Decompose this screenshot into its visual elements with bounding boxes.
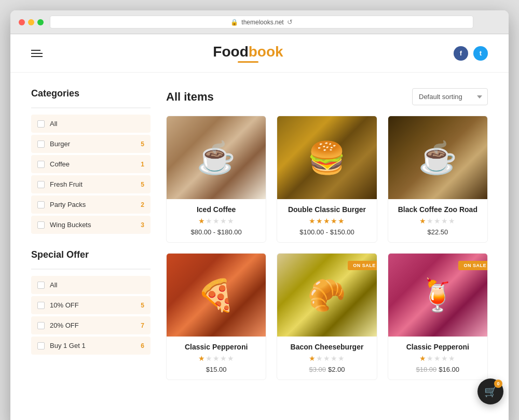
category-checkbox-all[interactable] [37, 120, 45, 128]
twitter-icon[interactable]: t [473, 46, 488, 61]
browser-content: Foodbook f t Categories All Burger 5 Cof… [10, 34, 509, 420]
star-icon: ★ [309, 354, 316, 362]
product-name-classic-pepperoni-2: Classic Pepperoni [395, 343, 480, 351]
category-checkbox-party-packs[interactable] [37, 201, 45, 208]
browser-chrome: 🔒 themelooks.net ↺ [10, 10, 509, 34]
sidebar-offer-bogo[interactable]: Buy 1 Get 1 6 [31, 337, 151, 355]
minimize-button[interactable] [28, 19, 34, 25]
sidebar-category-fresh-fruit[interactable]: Fresh Fruit 5 [31, 175, 151, 193]
product-image-black-coffee-zoo-road [388, 116, 487, 199]
product-image-double-classic-burger [277, 116, 376, 199]
logo-text: Foodbook [213, 44, 283, 60]
product-price-bacon-cheeseburger: $3.00$2.00 [284, 366, 369, 373]
offer-label-all: All [50, 281, 144, 289]
hamburger-line [31, 56, 43, 57]
price-display: $22.50 [427, 228, 448, 236]
product-image-classic-pepperoni [167, 254, 266, 337]
offer-count-bogo: 6 [141, 342, 144, 349]
star-icon: ★ [213, 354, 220, 362]
product-card-iced-coffee[interactable]: Iced Coffee ★★★★★ $80.00 - $180.00 [166, 116, 266, 243]
product-info-classic-pepperoni-2: Classic Pepperoni ★★★★★ $18.00$16.00 [388, 337, 487, 380]
product-card-black-coffee-zoo-road[interactable]: Black Coffee Zoo Road ★★★★★ $22.50 [388, 116, 488, 243]
star-icon: ★ [331, 354, 338, 362]
price-original: $3.00 [309, 366, 326, 373]
categories-list: All Burger 5 Coffee 1 Fresh Fruit 5 Part… [31, 115, 151, 234]
product-stars-double-classic-burger: ★★★★★ [284, 217, 369, 225]
category-count-party-packs: 2 [141, 201, 144, 208]
offers-list: All 10% OFF 5 20% OFF 7 Buy 1 Get 1 6 [31, 276, 151, 355]
address-bar[interactable]: 🔒 themelooks.net ↺ [50, 16, 473, 29]
product-image-iced-coffee [167, 116, 266, 199]
price-display: $100.00 - $150.00 [299, 228, 354, 236]
logo[interactable]: Foodbook [213, 44, 283, 63]
price-sale: $2.00 [328, 366, 345, 373]
product-info-classic-pepperoni: Classic Pepperoni ★★★★★ $15.00 [167, 337, 266, 380]
star-icon: ★ [227, 354, 235, 362]
offer-checkbox-all[interactable] [37, 282, 45, 289]
sidebar-offer-all[interactable]: All [31, 276, 151, 294]
sidebar-category-burger[interactable]: Burger 5 [31, 135, 151, 153]
product-info-double-classic-burger: Double Classic Burger ★★★★★ $100.00 - $1… [277, 199, 376, 242]
category-checkbox-burger[interactable] [37, 141, 45, 148]
cart-fab[interactable]: 🛒 0 [477, 379, 503, 404]
star-icon: ★ [338, 354, 345, 362]
product-stars-black-coffee-zoo-road: ★★★★★ [395, 217, 480, 225]
product-stars-classic-pepperoni-2: ★★★★★ [395, 354, 480, 362]
product-price-black-coffee-zoo-road: $22.50 [395, 228, 480, 236]
product-image-bacon-cheeseburger: ON SALE [277, 254, 376, 337]
hamburger-menu-button[interactable] [31, 50, 43, 57]
price-display: $15.00 [206, 366, 227, 373]
category-checkbox-fresh-fruit[interactable] [37, 181, 45, 188]
star-icon: ★ [448, 354, 456, 362]
offer-checkbox-bogo[interactable] [37, 342, 45, 349]
category-checkbox-coffee[interactable] [37, 161, 45, 168]
category-count-fresh-fruit: 5 [141, 181, 144, 188]
price-sale: $16.00 [439, 366, 459, 373]
sidebar-category-coffee[interactable]: Coffee 1 [31, 155, 151, 173]
categories-title: Categories [31, 88, 151, 99]
product-card-classic-pepperoni-2[interactable]: ON SALE Classic Pepperoni ★★★★★ $18.00$1… [388, 253, 488, 380]
star-icon: ★ [419, 354, 427, 362]
star-icon: ★ [198, 354, 206, 362]
site-header: Foodbook f t [10, 34, 509, 73]
sidebar-category-wing-buckets[interactable]: Wing Buckets 3 [31, 216, 151, 234]
star-icon: ★ [434, 354, 441, 362]
facebook-icon[interactable]: f [454, 46, 468, 61]
maximize-button[interactable] [37, 19, 44, 25]
category-label-fresh-fruit: Fresh Fruit [50, 180, 141, 188]
sidebar: Categories All Burger 5 Coffee 1 Fresh F… [31, 88, 151, 380]
lock-icon: 🔒 [230, 19, 238, 26]
product-price-iced-coffee: $80.00 - $180.00 [174, 228, 258, 236]
sidebar-category-all[interactable]: All [31, 115, 151, 133]
category-checkbox-wing-buckets[interactable] [37, 221, 45, 229]
star-icon: ★ [441, 217, 448, 225]
category-count-coffee: 1 [141, 161, 144, 168]
product-card-bacon-cheeseburger[interactable]: ON SALE Bacon Cheeseburger ★★★★★ $3.00$2… [277, 253, 377, 380]
sort-select[interactable]: Default sortingSort by popularitySort by… [412, 88, 488, 105]
product-info-black-coffee-zoo-road: Black Coffee Zoo Road ★★★★★ $22.50 [388, 199, 487, 242]
hamburger-line [31, 50, 40, 51]
offer-checkbox-20off[interactable] [37, 322, 45, 329]
product-card-classic-pepperoni[interactable]: Classic Pepperoni ★★★★★ $15.00 [166, 253, 266, 380]
offer-count-20off: 7 [141, 322, 144, 329]
sidebar-offer-20off[interactable]: 20% OFF 7 [31, 316, 151, 334]
refresh-button[interactable]: ↺ [287, 18, 293, 26]
sidebar-category-party-packs[interactable]: Party Packs 2 [31, 195, 151, 214]
star-icon: ★ [227, 217, 235, 225]
price-original: $18.00 [416, 366, 437, 373]
product-stars-iced-coffee: ★★★★★ [174, 217, 258, 225]
star-icon: ★ [427, 217, 434, 225]
product-card-double-classic-burger[interactable]: Double Classic Burger ★★★★★ $100.00 - $1… [277, 116, 377, 243]
offer-checkbox-10off[interactable] [37, 302, 45, 309]
sidebar-offer-10off[interactable]: 10% OFF 5 [31, 296, 151, 314]
offer-label-10off: 10% OFF [50, 301, 141, 309]
category-count-burger: 5 [141, 141, 144, 148]
logo-underline [238, 61, 258, 63]
main-layout: Categories All Burger 5 Coffee 1 Fresh F… [10, 73, 509, 396]
offer-label-20off: 20% OFF [50, 321, 141, 329]
star-icon: ★ [434, 217, 441, 225]
category-label-all: All [50, 120, 144, 128]
products-area: All items Default sortingSort by popular… [166, 88, 488, 380]
close-button[interactable] [19, 19, 25, 25]
star-icon: ★ [206, 354, 213, 362]
